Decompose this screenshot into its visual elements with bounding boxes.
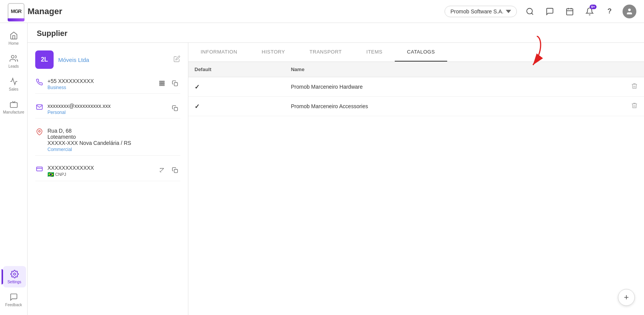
svg-rect-12 bbox=[163, 81, 164, 82]
phone-copy-icon[interactable] bbox=[170, 78, 180, 89]
svg-rect-17 bbox=[162, 84, 163, 86]
phone-actions bbox=[157, 78, 180, 89]
svg-rect-15 bbox=[163, 83, 164, 84]
logo-text: MGR bbox=[8, 3, 25, 20]
cnpj-copy-icon[interactable] bbox=[170, 165, 180, 175]
tab-history[interactable]: HISTORY bbox=[250, 43, 297, 62]
svg-rect-16 bbox=[160, 84, 161, 86]
email-icon bbox=[35, 104, 44, 112]
supplier-header: 2L Móveis Ltda bbox=[35, 50, 180, 69]
col-default: Default bbox=[188, 62, 285, 77]
inner-layout: 2L Móveis Ltda +55 XXXXXXXXXX B bbox=[28, 43, 644, 315]
notification-icon[interactable]: 9+ bbox=[583, 5, 597, 18]
cnpj-edit-icon[interactable] bbox=[157, 165, 167, 175]
address-details: Rua D, 68 Loteamento XXXXX-XXX Nova Cand… bbox=[47, 128, 180, 152]
supplier-name: Móveis Ltda bbox=[58, 57, 89, 63]
top-header: MGR Manager Promob Software S.A. 9+ bbox=[0, 0, 644, 23]
address-icon bbox=[35, 128, 44, 137]
phone-details: +55 XXXXXXXXXX Business bbox=[47, 78, 153, 90]
company-selector[interactable]: Promob Software S.A. bbox=[445, 6, 517, 17]
email-address: xxxxxxxx@xxxxxxxxxx.xxx bbox=[47, 103, 166, 109]
delete-row1-button[interactable] bbox=[631, 84, 638, 91]
svg-rect-19 bbox=[174, 83, 178, 86]
svg-rect-11 bbox=[162, 81, 163, 82]
logo-icon: MGR bbox=[8, 3, 25, 20]
email-copy-icon[interactable] bbox=[170, 103, 180, 114]
sidebar-settings-label: Settings bbox=[7, 280, 21, 284]
svg-rect-8 bbox=[10, 102, 17, 107]
svg-point-9 bbox=[13, 273, 16, 275]
svg-point-6 bbox=[628, 8, 631, 11]
sidebar-feedback-label: Feedback bbox=[5, 303, 22, 307]
email-row: xxxxxxxx@xxxxxxxxxx.xxx Personal bbox=[35, 100, 180, 119]
chat-icon[interactable] bbox=[543, 5, 557, 18]
sidebar-item-home[interactable]: Home bbox=[2, 28, 25, 49]
cnpj-icon bbox=[35, 166, 44, 174]
edit-supplier-button[interactable] bbox=[173, 55, 180, 64]
sidebar-item-feedback[interactable]: Feedback bbox=[2, 289, 25, 310]
active-bar bbox=[2, 269, 3, 284]
sidebar-item-leads[interactable]: Leads bbox=[2, 50, 25, 72]
checkmark-icon-2: ✓ bbox=[195, 103, 199, 110]
svg-rect-10 bbox=[160, 81, 161, 82]
company-name: Promob Software S.A. bbox=[450, 8, 503, 15]
sidebar: Home Leads Sales Manufacture Settings bbox=[0, 23, 28, 315]
tab-transport[interactable]: TRANSPORT bbox=[297, 43, 354, 62]
app-title: Manager bbox=[28, 6, 62, 16]
calendar-icon[interactable] bbox=[563, 5, 577, 18]
tab-items[interactable]: ITEMS bbox=[354, 43, 395, 62]
table-header-row: Default Name bbox=[188, 62, 644, 77]
main-layout: Home Leads Sales Manufacture Settings bbox=[0, 23, 644, 315]
sidebar-home-label: Home bbox=[8, 41, 19, 45]
cnpj-details: XXXXXXXXXXXXX 🇧🇷 CNPJ bbox=[47, 165, 153, 178]
svg-point-7 bbox=[11, 55, 14, 58]
cnpj-row: XXXXXXXXXXXXX 🇧🇷 CNPJ bbox=[35, 162, 180, 181]
logo-strip bbox=[8, 18, 25, 21]
notification-badge: 9+ bbox=[590, 5, 597, 9]
tab-catalogs[interactable]: CATALOGS bbox=[395, 43, 447, 62]
left-panel: 2L Móveis Ltda +55 XXXXXXXXXX B bbox=[28, 43, 188, 315]
svg-rect-2 bbox=[567, 8, 573, 15]
svg-point-21 bbox=[39, 130, 41, 132]
address-label: Commercial bbox=[47, 147, 180, 152]
sidebar-item-sales[interactable]: Sales bbox=[2, 73, 25, 95]
email-actions bbox=[170, 103, 180, 114]
sidebar-item-settings[interactable]: Settings bbox=[3, 266, 26, 287]
delete-row2-button[interactable] bbox=[631, 104, 638, 110]
add-catalog-button[interactable]: + bbox=[618, 289, 635, 306]
svg-point-0 bbox=[527, 8, 533, 14]
address-line3: XXXXX-XXX Nova Candelária / RS bbox=[47, 140, 180, 146]
svg-rect-25 bbox=[174, 169, 178, 173]
svg-rect-20 bbox=[174, 107, 178, 111]
sidebar-bottom: Settings Feedback bbox=[2, 266, 26, 310]
page-title: Supplier bbox=[37, 29, 635, 38]
phone-icon bbox=[35, 79, 44, 88]
sidebar-leads-label: Leads bbox=[8, 64, 19, 68]
table-row: ✓ Promob Marceneiro Hardware bbox=[188, 77, 644, 97]
phone-number: +55 XXXXXXXXXX bbox=[47, 78, 153, 84]
address-line1: Rua D, 68 bbox=[47, 128, 180, 134]
help-icon[interactable]: ? bbox=[603, 5, 616, 18]
row2-name: Promob Marceneiro Accessories bbox=[285, 97, 581, 116]
supplier-avatar: 2L bbox=[35, 50, 54, 69]
user-avatar[interactable] bbox=[623, 5, 636, 18]
brazil-flag-emoji: 🇧🇷 bbox=[47, 171, 54, 177]
svg-line-24 bbox=[161, 168, 164, 171]
logo-area: MGR Manager bbox=[8, 3, 77, 20]
phone-grid-icon[interactable] bbox=[157, 78, 167, 89]
phone-row: +55 XXXXXXXXXX Business bbox=[35, 75, 180, 94]
row2-actions bbox=[581, 97, 644, 116]
phone-label: Business bbox=[47, 85, 153, 90]
page-header: Supplier bbox=[28, 23, 644, 43]
tab-information[interactable]: INFORMATION bbox=[188, 43, 250, 62]
svg-rect-22 bbox=[37, 167, 42, 171]
content-area: Supplier 2L Móveis Ltda bbox=[28, 23, 644, 315]
sidebar-item-manufacture[interactable]: Manufacture bbox=[2, 96, 25, 118]
svg-line-1 bbox=[531, 13, 533, 15]
svg-rect-14 bbox=[162, 83, 163, 84]
sidebar-manufacture-label: Manufacture bbox=[3, 110, 25, 114]
catalog-table: Default Name ✓ Promob bbox=[188, 62, 644, 116]
page-wrapper: MGR Manager Promob Software S.A. 9+ bbox=[0, 0, 644, 315]
search-icon[interactable] bbox=[523, 5, 537, 18]
catalogs-tab-content: Default Name ✓ Promob bbox=[188, 62, 644, 315]
